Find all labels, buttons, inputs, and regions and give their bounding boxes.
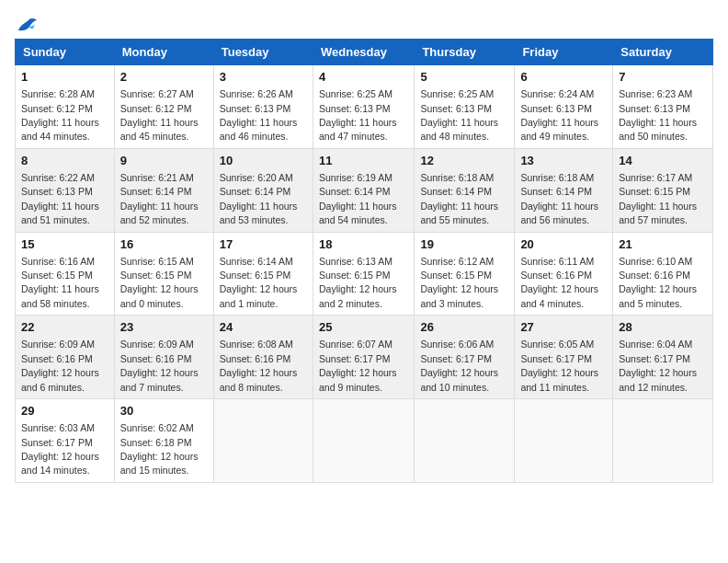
- day-info: Sunrise: 6:12 AMSunset: 6:15 PMDaylight:…: [420, 256, 498, 309]
- calendar-cell: [213, 399, 313, 483]
- calendar-cell: 24 Sunrise: 6:08 AMSunset: 6:16 PMDaylig…: [213, 316, 313, 399]
- day-number: 21: [619, 236, 707, 253]
- column-header-sunday: Sunday: [16, 40, 115, 65]
- day-number: 14: [619, 153, 707, 169]
- calendar-cell: [613, 399, 713, 483]
- day-info: Sunrise: 6:04 AMSunset: 6:17 PMDaylight:…: [619, 339, 697, 392]
- day-number: 23: [120, 319, 208, 336]
- calendar-week-4: 22 Sunrise: 6:09 AMSunset: 6:16 PMDaylig…: [16, 316, 713, 399]
- calendar-cell: 23 Sunrise: 6:09 AMSunset: 6:16 PMDaylig…: [114, 316, 213, 399]
- calendar-week-1: 1 Sunrise: 6:28 AMSunset: 6:12 PMDayligh…: [16, 65, 713, 149]
- day-number: 3: [220, 69, 307, 86]
- day-number: 9: [120, 153, 208, 169]
- calendar-cell: 29 Sunrise: 6:03 AMSunset: 6:17 PMDaylig…: [16, 399, 115, 483]
- day-info: Sunrise: 6:08 AMSunset: 6:16 PMDaylight:…: [220, 339, 298, 392]
- day-info: Sunrise: 6:15 AMSunset: 6:15 PMDaylight:…: [120, 256, 199, 309]
- column-header-saturday: Saturday: [613, 40, 713, 65]
- calendar-cell: 27 Sunrise: 6:05 AMSunset: 6:17 PMDaylig…: [515, 316, 613, 399]
- day-info: Sunrise: 6:11 AMSunset: 6:16 PMDaylight:…: [520, 256, 598, 309]
- calendar-cell: 22 Sunrise: 6:09 AMSunset: 6:16 PMDaylig…: [16, 316, 115, 399]
- day-number: 17: [220, 236, 307, 253]
- day-number: 18: [319, 236, 408, 253]
- day-number: 20: [520, 236, 607, 253]
- calendar-table: SundayMondayTuesdayWednesdayThursdayFrid…: [15, 39, 713, 483]
- calendar-cell: 16 Sunrise: 6:15 AMSunset: 6:15 PMDaylig…: [114, 232, 213, 316]
- column-header-thursday: Thursday: [415, 40, 515, 65]
- day-info: Sunrise: 6:24 AMSunset: 6:13 PMDaylight:…: [520, 88, 598, 142]
- day-number: 19: [420, 236, 508, 253]
- day-number: 22: [21, 319, 108, 336]
- day-info: Sunrise: 6:19 AMSunset: 6:14 PMDaylight:…: [319, 172, 397, 225]
- day-info: Sunrise: 6:23 AMSunset: 6:13 PMDaylight:…: [619, 88, 697, 142]
- calendar-cell: 8 Sunrise: 6:22 AMSunset: 6:13 PMDayligh…: [16, 148, 115, 232]
- day-number: 10: [220, 153, 307, 169]
- calendar-cell: 18 Sunrise: 6:13 AMSunset: 6:15 PMDaylig…: [313, 232, 414, 316]
- logo-bird-icon: [17, 17, 37, 34]
- calendar-cell: 6 Sunrise: 6:24 AMSunset: 6:13 PMDayligh…: [515, 65, 613, 149]
- day-number: 4: [319, 69, 408, 86]
- day-info: Sunrise: 6:18 AMSunset: 6:14 PMDaylight:…: [420, 172, 498, 225]
- column-header-wednesday: Wednesday: [313, 40, 414, 65]
- day-number: 25: [319, 319, 408, 336]
- day-info: Sunrise: 6:16 AMSunset: 6:15 PMDaylight:…: [21, 256, 99, 309]
- day-info: Sunrise: 6:18 AMSunset: 6:14 PMDaylight:…: [520, 172, 598, 225]
- day-number: 1: [21, 69, 108, 86]
- day-number: 27: [520, 319, 607, 336]
- column-header-monday: Monday: [114, 40, 213, 65]
- calendar-cell: 21 Sunrise: 6:10 AMSunset: 6:16 PMDaylig…: [613, 232, 713, 316]
- calendar-cell: 25 Sunrise: 6:07 AMSunset: 6:17 PMDaylig…: [313, 316, 414, 399]
- day-info: Sunrise: 6:25 AMSunset: 6:13 PMDaylight:…: [319, 88, 397, 142]
- day-info: Sunrise: 6:07 AMSunset: 6:17 PMDaylight:…: [319, 339, 397, 392]
- day-number: 24: [220, 319, 307, 336]
- day-number: 11: [319, 153, 408, 169]
- page-header: [15, 15, 713, 31]
- day-info: Sunrise: 6:27 AMSunset: 6:12 PMDaylight:…: [120, 88, 199, 142]
- day-number: 13: [520, 153, 607, 169]
- day-info: Sunrise: 6:20 AMSunset: 6:14 PMDaylight:…: [220, 172, 298, 225]
- day-number: 28: [619, 319, 707, 336]
- day-number: 15: [21, 236, 108, 253]
- calendar-cell: 26 Sunrise: 6:06 AMSunset: 6:17 PMDaylig…: [415, 316, 515, 399]
- calendar-cell: 12 Sunrise: 6:18 AMSunset: 6:14 PMDaylig…: [415, 148, 515, 232]
- calendar-week-5: 29 Sunrise: 6:03 AMSunset: 6:17 PMDaylig…: [16, 399, 713, 483]
- calendar-cell: 2 Sunrise: 6:27 AMSunset: 6:12 PMDayligh…: [114, 65, 213, 149]
- day-info: Sunrise: 6:10 AMSunset: 6:16 PMDaylight:…: [619, 256, 697, 309]
- day-info: Sunrise: 6:13 AMSunset: 6:15 PMDaylight:…: [319, 256, 397, 309]
- day-number: 5: [420, 69, 508, 86]
- day-info: Sunrise: 6:22 AMSunset: 6:13 PMDaylight:…: [21, 172, 99, 225]
- day-info: Sunrise: 6:09 AMSunset: 6:16 PMDaylight:…: [120, 339, 199, 392]
- calendar-cell: 13 Sunrise: 6:18 AMSunset: 6:14 PMDaylig…: [515, 148, 613, 232]
- column-header-tuesday: Tuesday: [213, 40, 313, 65]
- calendar-cell: 4 Sunrise: 6:25 AMSunset: 6:13 PMDayligh…: [313, 65, 414, 149]
- calendar-cell: 17 Sunrise: 6:14 AMSunset: 6:15 PMDaylig…: [213, 232, 313, 316]
- day-number: 26: [420, 319, 508, 336]
- calendar-cell: 1 Sunrise: 6:28 AMSunset: 6:12 PMDayligh…: [16, 65, 115, 149]
- calendar-cell: 20 Sunrise: 6:11 AMSunset: 6:16 PMDaylig…: [515, 232, 613, 316]
- day-number: 8: [21, 153, 108, 169]
- calendar-cell: 30 Sunrise: 6:02 AMSunset: 6:18 PMDaylig…: [114, 399, 213, 483]
- calendar-cell: 5 Sunrise: 6:25 AMSunset: 6:13 PMDayligh…: [415, 65, 515, 149]
- calendar-cell: 10 Sunrise: 6:20 AMSunset: 6:14 PMDaylig…: [213, 148, 313, 232]
- day-number: 16: [120, 236, 208, 253]
- day-number: 6: [520, 69, 607, 86]
- calendar-cell: [415, 399, 515, 483]
- calendar-header-row: SundayMondayTuesdayWednesdayThursdayFrid…: [16, 40, 713, 65]
- day-number: 7: [619, 69, 707, 86]
- day-number: 12: [420, 153, 508, 169]
- calendar-week-2: 8 Sunrise: 6:22 AMSunset: 6:13 PMDayligh…: [16, 148, 713, 232]
- day-info: Sunrise: 6:02 AMSunset: 6:18 PMDaylight:…: [120, 422, 199, 476]
- calendar-cell: 19 Sunrise: 6:12 AMSunset: 6:15 PMDaylig…: [415, 232, 515, 316]
- calendar-cell: 7 Sunrise: 6:23 AMSunset: 6:13 PMDayligh…: [613, 65, 713, 149]
- calendar-cell: 9 Sunrise: 6:21 AMSunset: 6:14 PMDayligh…: [114, 148, 213, 232]
- calendar-week-3: 15 Sunrise: 6:16 AMSunset: 6:15 PMDaylig…: [16, 232, 713, 316]
- day-info: Sunrise: 6:14 AMSunset: 6:15 PMDaylight:…: [220, 256, 298, 309]
- day-number: 29: [21, 403, 108, 419]
- day-info: Sunrise: 6:17 AMSunset: 6:15 PMDaylight:…: [619, 172, 697, 225]
- calendar-cell: 28 Sunrise: 6:04 AMSunset: 6:17 PMDaylig…: [613, 316, 713, 399]
- calendar-cell: 15 Sunrise: 6:16 AMSunset: 6:15 PMDaylig…: [16, 232, 115, 316]
- day-info: Sunrise: 6:03 AMSunset: 6:17 PMDaylight:…: [21, 422, 99, 476]
- calendar-cell: 11 Sunrise: 6:19 AMSunset: 6:14 PMDaylig…: [313, 148, 414, 232]
- day-number: 2: [120, 69, 208, 86]
- day-info: Sunrise: 6:26 AMSunset: 6:13 PMDaylight:…: [220, 88, 298, 142]
- column-header-friday: Friday: [515, 40, 613, 65]
